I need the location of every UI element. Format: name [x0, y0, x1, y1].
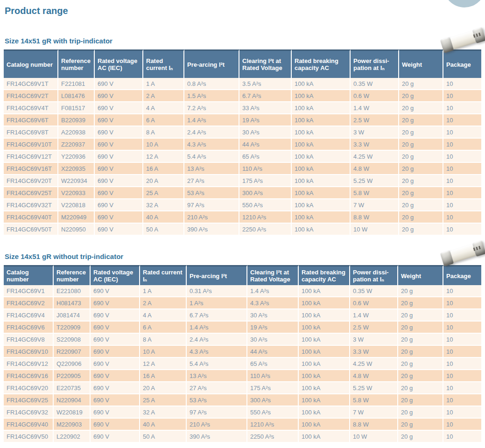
cell: 3 W — [350, 334, 398, 346]
column-header: Rated current Iₙ — [143, 49, 184, 78]
cell: 100 kA — [292, 163, 351, 175]
cell: 100 kA — [299, 382, 350, 394]
cell: 10 — [443, 394, 481, 406]
cell: 100 kA — [292, 211, 351, 224]
cell: 4.25 W — [350, 358, 398, 370]
column-header: Rated breaking capacity AC — [292, 49, 351, 78]
cell: 20 g — [398, 285, 443, 297]
cell: 2.5 W — [351, 114, 399, 126]
cell: H081473 — [54, 297, 91, 309]
column-header: Weight — [398, 265, 443, 285]
product-row: FR14GC69V1TF221081690 V1 A0.8 A²s3.5 A²s… — [4, 78, 481, 90]
column-header: Weight — [399, 49, 443, 78]
cell: 300 A²s — [239, 187, 292, 199]
cell: 100 kA — [299, 297, 350, 309]
cell: FR14GC69V8 — [4, 334, 54, 346]
cell: 10 — [443, 346, 481, 358]
cell: E221080 — [54, 285, 91, 297]
cell: 44 A²s — [239, 139, 292, 151]
cell: 10 A — [140, 346, 187, 358]
cell: L081476 — [58, 90, 95, 102]
cell: 0.35 W — [350, 285, 398, 297]
cell: 390 A²s — [184, 224, 239, 236]
cell: J081474 — [54, 309, 91, 322]
cell: 100 kA — [292, 126, 351, 139]
cell: 100 kA — [292, 199, 351, 211]
cell: F221081 — [58, 78, 95, 90]
product-row: FR14GC69V10TZ220937690 V10 A4.3 A²s44 A²… — [4, 139, 481, 151]
cell: 8.8 W — [351, 211, 399, 224]
cell: 690 V — [95, 114, 143, 126]
cell: 390 A²s — [187, 431, 247, 443]
cell: 6 A — [140, 322, 187, 334]
cell: 100 kA — [299, 346, 350, 358]
cell: 690 V — [95, 175, 143, 187]
cell: 97 A²s — [187, 406, 247, 419]
cell: 690 V — [95, 139, 143, 151]
product-row: FR14GC69V8S220908690 V8 A2.4 A²s30 A²s10… — [4, 334, 481, 346]
table-header: Catalog numberReference numberRated volt… — [4, 49, 481, 78]
cell: 50 A — [143, 224, 184, 236]
cell: FR14GC69V25T — [4, 187, 58, 199]
cell: 32 A — [143, 199, 184, 211]
cell: 65 A²s — [239, 151, 292, 163]
cell: 10 — [443, 309, 481, 322]
cell: 20 g — [398, 419, 443, 431]
cell: 690 V — [95, 126, 143, 139]
cell: 10 — [443, 334, 481, 346]
cell: 690 V — [91, 285, 140, 297]
cell: 1.4 A²s — [247, 285, 299, 297]
column-header: Rated voltage AC (IEC) — [95, 49, 143, 78]
table-body: FR14GC69V1E221080690 V1 A0.31 A²s1.4 A²s… — [4, 285, 481, 443]
cell: 3.5 A²s — [239, 78, 292, 90]
cell: 690 V — [91, 297, 140, 309]
product-row: FR14GC69V6TB220939690 V6 A1.4 A²s19 A²s1… — [4, 114, 481, 126]
cell: 25 A — [140, 394, 187, 406]
cell: FR14GC69V4T — [4, 102, 58, 114]
cell: 19 A²s — [239, 114, 292, 126]
cell: 2.5 W — [350, 322, 398, 334]
column-header: Reference number — [54, 265, 91, 285]
product-row: FR14GC69V40M220903690 V40 A210 A²s1210 A… — [4, 419, 481, 431]
cell: 690 V — [95, 224, 143, 236]
cell: 690 V — [95, 187, 143, 199]
cell: 100 kA — [292, 102, 351, 114]
cell: R220907 — [54, 346, 91, 358]
cell: 10 — [443, 431, 481, 443]
cell: 1210 A²s — [247, 419, 299, 431]
product-row: FR14GC69V4J081474690 V4 A6.7 A²s30 A²s10… — [4, 309, 481, 322]
cell: 20 g — [399, 163, 443, 175]
cell: 690 V — [91, 382, 140, 394]
cell: 550 A²s — [239, 199, 292, 211]
cell: 0.35 W — [351, 78, 399, 90]
cell: FR14GC69V2T — [4, 90, 58, 102]
cell: V220818 — [58, 199, 95, 211]
cell: 6.7 A²s — [187, 309, 247, 322]
cell: FR14GC69V10T — [4, 139, 58, 151]
cell: 690 V — [91, 406, 140, 419]
cell: FR14GC69V8T — [4, 126, 58, 139]
cell: 690 V — [91, 309, 140, 322]
cell: 690 V — [91, 394, 140, 406]
cell: 8 A — [143, 126, 184, 139]
product-row: FR14GC69V2TL081476690 V2 A1.5 A²s6.7 A²s… — [4, 90, 481, 102]
product-row: FR14GC69V20E220735690 V20 A27 A²s175 A²s… — [4, 382, 481, 394]
cell: 20 g — [398, 382, 443, 394]
cell: 10 — [443, 187, 481, 199]
cell: 690 V — [91, 346, 140, 358]
cell: 110 A²s — [247, 370, 299, 382]
product-row: FR14GC69V2H081473690 V2 A1 A²s4.3 A²s100… — [4, 297, 481, 309]
cell: 1.5 A²s — [184, 90, 239, 102]
cell: 3.3 W — [350, 346, 398, 358]
cell: 100 kA — [292, 90, 351, 102]
cell: FR14GC69V2 — [4, 297, 54, 309]
cell: 690 V — [95, 78, 143, 90]
cell: 690 V — [95, 90, 143, 102]
cell: 1 A — [140, 285, 187, 297]
cell: 690 V — [91, 322, 140, 334]
section-without-trip-indicator: Size 14x51 gR without trip-indicator Cat… — [0, 236, 485, 443]
cell: 100 kA — [292, 187, 351, 199]
cell: F081517 — [58, 102, 95, 114]
cell: 1210 A²s — [239, 211, 292, 224]
cell: L220902 — [54, 431, 91, 443]
